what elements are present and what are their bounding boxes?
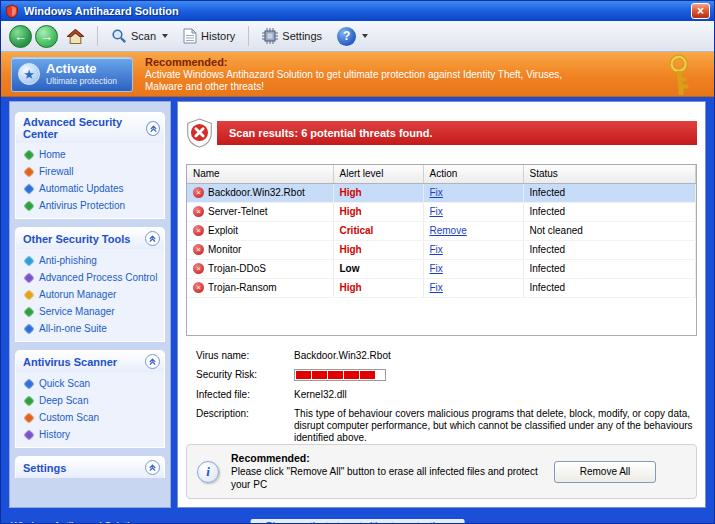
- remove-all-button[interactable]: Remove All: [554, 461, 656, 483]
- bullet-icon: [23, 149, 34, 160]
- bullet-icon: [23, 183, 34, 194]
- column-header-status[interactable]: Status: [523, 165, 696, 183]
- sidebar-section-header-settings[interactable]: Settings: [15, 456, 165, 478]
- threat-row-trojan-ransom[interactable]: ×Trojan-RansomHighFixInfected: [187, 278, 696, 297]
- action-link-fix[interactable]: Fix: [430, 244, 443, 255]
- collapse-chevron-icon[interactable]: [145, 231, 160, 246]
- status-cell: Not cleaned: [523, 221, 696, 240]
- column-header-name[interactable]: Name: [187, 165, 333, 183]
- risk-block: [328, 371, 343, 379]
- sidebar-item-label: Autorun Manager: [39, 289, 116, 300]
- sidebar-section-header-other-security-tools[interactable]: Other Security Tools: [15, 227, 165, 249]
- settings-button[interactable]: Settings: [256, 25, 328, 47]
- sidebar-item-antivirus-protection[interactable]: Antivirus Protection: [20, 200, 160, 211]
- alert-level-value: High: [340, 187, 362, 198]
- recommended-box: i Recommended: Please click "Remove All"…: [186, 444, 697, 499]
- toolbar: ← → Scan: [1, 21, 714, 52]
- sidebar-item-custom-scan[interactable]: Custom Scan: [20, 412, 160, 423]
- threat-row-monitor[interactable]: ×MonitorHighFixInfected: [187, 240, 696, 259]
- back-button[interactable]: ←: [9, 25, 32, 48]
- content-area: Advanced Security CenterHomeFirewallAuto…: [1, 97, 714, 514]
- sidebar-item-autorun-manager[interactable]: Autorun Manager: [20, 289, 160, 300]
- forward-arrow-icon: →: [40, 29, 53, 44]
- action-cell: Remove: [423, 221, 523, 240]
- recommended-title: Recommended:: [231, 452, 310, 464]
- sidebar-item-label: History: [39, 429, 70, 440]
- forward-button[interactable]: →: [35, 25, 58, 48]
- bullet-icon: [23, 412, 34, 423]
- home-icon: [67, 29, 84, 44]
- action-link-fix[interactable]: Fix: [430, 206, 443, 217]
- action-link-fix[interactable]: Fix: [430, 282, 443, 293]
- app-shield-icon: [5, 4, 19, 18]
- scan-magnifier-icon: [111, 28, 127, 44]
- banner-copy: Recommended: Activate Windows Antihazard…: [145, 56, 704, 93]
- threat-icon: ×: [193, 206, 204, 217]
- threat-details: Virus name: Backdoor.Win32.Rbot Security…: [186, 350, 697, 444]
- threat-name: Backdoor.Win32.Rbot: [208, 187, 305, 198]
- action-link-fix[interactable]: Fix: [430, 263, 443, 274]
- status-bar: Windows Antihazard Solution Please activ…: [1, 514, 714, 524]
- scan-results-text: Scan results: 6 potential threats found.: [217, 121, 697, 145]
- column-header-action[interactable]: Action: [423, 165, 523, 183]
- sidebar-section-header-antivirus-scanner[interactable]: Antivirus Scanner: [15, 350, 165, 372]
- alert-level-value: High: [340, 282, 362, 293]
- sidebar-item-history[interactable]: History: [20, 429, 160, 440]
- sidebar-panel: Other Security ToolsAnti-phishingAdvance…: [15, 227, 165, 342]
- threat-name-cell: ×Backdoor.Win32.Rbot: [187, 183, 333, 202]
- history-button[interactable]: History: [177, 25, 241, 47]
- threat-name-cell: ×Trojan-Ransom: [187, 278, 333, 297]
- sidebar-item-anti-phishing[interactable]: Anti-phishing: [20, 255, 160, 266]
- settings-chip-icon: [262, 28, 278, 44]
- close-icon[interactable]: ×: [691, 3, 710, 19]
- threat-name: Trojan-DDoS: [208, 263, 266, 274]
- alert-level-cell: High: [333, 240, 423, 259]
- home-button[interactable]: [61, 26, 90, 47]
- sidebar-section-body: HomeFirewallAutomatic UpdatesAntivirus P…: [15, 143, 165, 219]
- alert-shield-icon: [186, 118, 213, 148]
- threat-icon: ×: [193, 187, 204, 198]
- infected-file-value: Kernel32.dll: [294, 389, 697, 400]
- activate-link[interactable]: Please activate to get ultimate protecti…: [250, 519, 465, 524]
- threat-row-backdoor-win32-rbot[interactable]: ×Backdoor.Win32.RbotHighFixInfected: [187, 183, 696, 202]
- recommended-copy: Recommended: Please click "Remove All" b…: [231, 452, 542, 491]
- help-button[interactable]: ?: [331, 24, 374, 49]
- threat-row-exploit[interactable]: ×ExploitCriticalRemoveNot cleaned: [187, 221, 696, 240]
- sidebar-item-home[interactable]: Home: [20, 149, 160, 160]
- threat-icon: ×: [193, 244, 204, 255]
- activate-button[interactable]: ★ Activate Ultimate protection: [11, 57, 133, 92]
- sidebar-panel: Settings: [15, 456, 165, 478]
- sidebar-item-label: Home: [39, 149, 66, 160]
- collapse-chevron-icon[interactable]: [145, 460, 160, 475]
- sidebar-item-automatic-updates[interactable]: Automatic Updates: [20, 183, 160, 194]
- star-icon: ★: [18, 63, 40, 85]
- collapse-chevron-icon[interactable]: [145, 354, 160, 369]
- collapse-chevron-icon[interactable]: [146, 121, 160, 136]
- sidebar-item-firewall[interactable]: Firewall: [20, 166, 160, 177]
- sidebar-item-deep-scan[interactable]: Deep Scan: [20, 395, 160, 406]
- threat-icon: ×: [193, 263, 204, 274]
- sidebar-item-advanced-process-control[interactable]: Advanced Process Control: [20, 272, 160, 283]
- window-title: Windows Antihazard Solution: [24, 5, 179, 17]
- sidebar-item-service-manager[interactable]: Service Manager: [20, 306, 160, 317]
- scan-button[interactable]: Scan: [105, 25, 174, 47]
- threat-row-trojan-ddos[interactable]: ×Trojan-DDoSLowFixInfected: [187, 259, 696, 278]
- threats-table: Name Alert level Action Status ×Backdoor…: [187, 165, 696, 298]
- sidebar-section-header-advanced-security-center[interactable]: Advanced Security Center: [15, 112, 165, 143]
- chevron-down-icon: [362, 34, 368, 38]
- threat-name: Monitor: [208, 244, 241, 255]
- sidebar-item-quick-scan[interactable]: Quick Scan: [20, 378, 160, 389]
- help-icon: ?: [337, 27, 356, 46]
- action-cell: Fix: [423, 240, 523, 259]
- column-header-alert-level[interactable]: Alert level: [333, 165, 423, 183]
- sidebar-item-all-in-one-suite[interactable]: All-in-one Suite: [20, 323, 160, 334]
- threat-row-server-telnet[interactable]: ×Server-TelnetHighFixInfected: [187, 202, 696, 221]
- history-document-icon: [183, 28, 197, 44]
- sidebar-section-title: Antivirus Scanner: [23, 356, 117, 368]
- status-app-name: Windows Antihazard Solution: [11, 521, 141, 524]
- promo-banner: ★ Activate Ultimate protection Recommend…: [1, 52, 714, 97]
- virus-name-label: Virus name:: [196, 350, 294, 361]
- action-link-remove[interactable]: Remove: [430, 225, 467, 236]
- action-link-fix[interactable]: Fix: [430, 187, 443, 198]
- sidebar: Advanced Security CenterHomeFirewallAuto…: [9, 101, 171, 508]
